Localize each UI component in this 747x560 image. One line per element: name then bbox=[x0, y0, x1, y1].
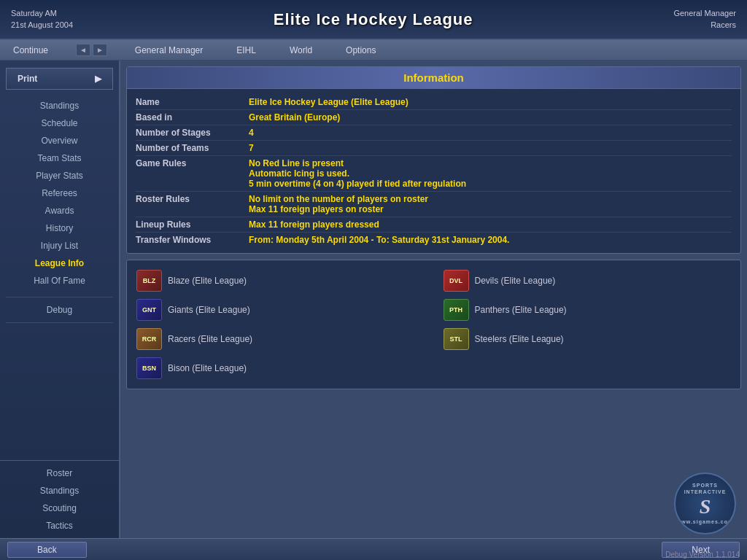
top-header: Saturday AM 21st August 2004 Elite Ice H… bbox=[0, 0, 747, 40]
value-roster-rules: No limit on the number of players on ros… bbox=[249, 194, 428, 214]
sidebar-bottom: Roster Standings Scouting Tactics bbox=[0, 460, 119, 534]
info-panel: Information Name Elite Ice Hockey League… bbox=[126, 66, 741, 254]
game-rule-2: Automatic Icing is used. bbox=[249, 168, 466, 179]
team-name-steelers: Steelers (Elite League) bbox=[475, 334, 564, 344]
si-logo: SPORTS INTERACTIVE S www.sigames.com bbox=[674, 472, 736, 534]
main-layout: Print ▶ Standings Schedule Overview Team… bbox=[0, 61, 747, 538]
si-logo-top-text: SPORTS INTERACTIVE bbox=[676, 482, 735, 495]
value-name: Elite Ice Hockey League (Elite League) bbox=[249, 97, 409, 107]
sidebar-item-league-info[interactable]: League Info bbox=[0, 254, 119, 272]
team-name-devils: Devils (Elite League) bbox=[475, 276, 556, 286]
info-row-roster-rules: Roster Rules No limit on the number of p… bbox=[136, 192, 732, 217]
teams-panel: BLZ Blaze (Elite League) DVL Devils (Eli… bbox=[126, 260, 741, 389]
sidebar-item-team-stats[interactable]: Team Stats bbox=[0, 149, 119, 167]
sidebar-item-hall-of-fame[interactable]: Hall Of Fame bbox=[0, 272, 119, 289]
label-game-rules: Game Rules bbox=[136, 158, 249, 189]
date-info: Saturday AM 21st August 2004 bbox=[11, 8, 73, 31]
sidebar-item-tactics[interactable]: Tactics bbox=[0, 517, 119, 534]
nav-prev[interactable]: ◄ bbox=[76, 44, 90, 56]
sidebar-item-player-stats[interactable]: Player Stats bbox=[0, 167, 119, 184]
label-lineup-rules: Lineup Rules bbox=[136, 219, 249, 230]
roster-rule-1: No limit on the number of players on ros… bbox=[249, 194, 428, 204]
manager-info: General Manager Racers bbox=[673, 8, 736, 31]
team-panthers[interactable]: PTH Panthers (Elite League) bbox=[441, 297, 734, 323]
nav-arrows: ◄ ► bbox=[76, 44, 107, 56]
date-line1: Saturday AM bbox=[11, 8, 73, 19]
info-panel-header: Information bbox=[127, 67, 740, 89]
info-row-lineup-rules: Lineup Rules Max 11 foreign players dres… bbox=[136, 217, 732, 233]
sidebar-item-awards[interactable]: Awards bbox=[0, 202, 119, 219]
role-label: General Manager bbox=[673, 8, 736, 19]
league-title: Elite Ice Hockey League bbox=[274, 10, 473, 29]
nav-eihl[interactable]: EIHL bbox=[231, 43, 262, 58]
sidebar-divider-1 bbox=[6, 297, 113, 298]
debug-version: Debug Version 1.1.014 bbox=[665, 551, 740, 559]
sidebar-item-scouting[interactable]: Scouting bbox=[0, 499, 119, 517]
value-based: Great Britain (Europe) bbox=[249, 112, 340, 122]
nav-next[interactable]: ► bbox=[93, 44, 107, 56]
print-label: Print bbox=[18, 74, 37, 84]
label-transfer: Transfer Windows bbox=[136, 235, 249, 245]
print-button[interactable]: Print ▶ bbox=[6, 68, 113, 90]
team-racers[interactable]: RCR Racers (Elite League) bbox=[134, 326, 427, 352]
team-logo-giants: GNT bbox=[136, 299, 162, 321]
game-rule-1: No Red Line is present bbox=[249, 158, 466, 168]
sidebar-item-roster[interactable]: Roster bbox=[0, 464, 119, 482]
label-based: Based in bbox=[136, 112, 249, 122]
sidebar-item-injury-list[interactable]: Injury List bbox=[0, 237, 119, 254]
label-name: Name bbox=[136, 97, 249, 107]
team-label: Racers bbox=[673, 20, 736, 31]
sidebar-item-standings[interactable]: Standings bbox=[0, 97, 119, 114]
team-logo-devils: DVL bbox=[444, 270, 469, 292]
bottom-bar: Back Next Debug Version 1.1.014 bbox=[0, 538, 747, 560]
sidebar-item-standings-bottom[interactable]: Standings bbox=[0, 482, 119, 499]
info-row-transfer: Transfer Windows From: Monday 5th April … bbox=[136, 233, 732, 247]
info-row-teams: Number of Teams 7 bbox=[136, 141, 732, 156]
team-logo-panthers: PTH bbox=[444, 299, 469, 321]
team-devils[interactable]: DVL Devils (Elite League) bbox=[441, 268, 734, 294]
team-logo-blaze: BLZ bbox=[136, 270, 162, 292]
game-rule-3: 5 min overtime (4 on 4) played if tied a… bbox=[249, 179, 466, 189]
value-lineup-rules: Max 11 foreign players dressed bbox=[249, 219, 379, 230]
team-logo-bison: BSN bbox=[136, 357, 162, 379]
team-steelers[interactable]: STL Steelers (Elite League) bbox=[441, 326, 734, 352]
team-bison[interactable]: BSN Bison (Elite League) bbox=[134, 355, 427, 381]
sidebar-item-overview[interactable]: Overview bbox=[0, 132, 119, 149]
info-row-game-rules: Game Rules No Red Line is present Automa… bbox=[136, 156, 732, 192]
label-roster-rules: Roster Rules bbox=[136, 194, 249, 214]
team-name-panthers: Panthers (Elite League) bbox=[475, 305, 567, 315]
si-logo-letter: S bbox=[700, 495, 711, 518]
team-giants[interactable]: GNT Giants (Elite League) bbox=[134, 297, 427, 323]
value-transfer: From: Monday 5th April 2004 - To: Saturd… bbox=[249, 235, 509, 245]
label-stages: Number of Stages bbox=[136, 128, 249, 138]
back-button[interactable]: Back bbox=[7, 542, 87, 558]
nav-world[interactable]: World bbox=[284, 43, 318, 58]
value-game-rules: No Red Line is present Automatic Icing i… bbox=[249, 158, 466, 189]
team-logo-steelers: STL bbox=[444, 328, 469, 350]
si-logo-bottom-text: www.sigames.com bbox=[677, 518, 733, 525]
team-blaze[interactable]: BLZ Blaze (Elite League) bbox=[134, 268, 427, 294]
nav-options[interactable]: Options bbox=[340, 43, 382, 58]
team-name-racers: Racers (Elite League) bbox=[168, 334, 252, 344]
info-row-stages: Number of Stages 4 bbox=[136, 125, 732, 141]
team-name-bison: Bison (Elite League) bbox=[168, 363, 247, 373]
info-row-based: Based in Great Britain (Europe) bbox=[136, 110, 732, 125]
sidebar-divider-2 bbox=[6, 322, 113, 323]
roster-rule-2: Max 11 foreign players on roster bbox=[249, 204, 428, 214]
print-arrow: ▶ bbox=[95, 74, 101, 84]
date-line2: 21st August 2004 bbox=[11, 20, 73, 31]
nav-gm[interactable]: General Manager bbox=[129, 43, 209, 58]
sidebar-item-referees[interactable]: Referees bbox=[0, 184, 119, 202]
team-name-blaze: Blaze (Elite League) bbox=[168, 276, 247, 286]
debug-label[interactable]: Debug bbox=[0, 301, 119, 319]
sidebar-item-history[interactable]: History bbox=[0, 219, 119, 237]
value-stages: 4 bbox=[249, 128, 254, 138]
sidebar-item-schedule[interactable]: Schedule bbox=[0, 114, 119, 132]
team-logo-racers: RCR bbox=[136, 328, 162, 350]
team-name-giants: Giants (Elite League) bbox=[168, 305, 250, 315]
info-row-name: Name Elite Ice Hockey League (Elite Leag… bbox=[136, 95, 732, 110]
label-teams: Number of Teams bbox=[136, 143, 249, 153]
content-area: Information Name Elite Ice Hockey League… bbox=[120, 61, 747, 538]
nav-continue[interactable]: Continue bbox=[7, 43, 54, 58]
sidebar-nav-section: Standings Schedule Overview Team Stats P… bbox=[0, 93, 119, 293]
